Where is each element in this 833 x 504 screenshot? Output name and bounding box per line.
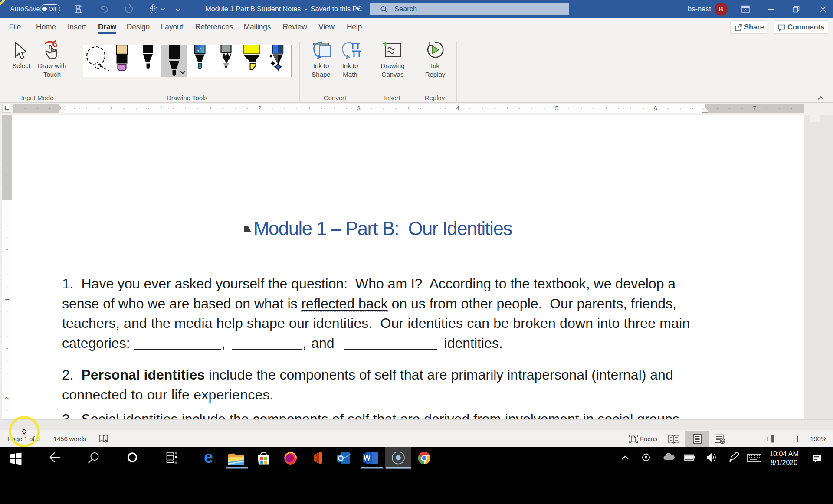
svg-text:3: 3 bbox=[357, 105, 360, 111]
svg-text:5: 5 bbox=[555, 105, 558, 111]
svg-text:2: 2 bbox=[4, 397, 10, 400]
svg-text:7: 7 bbox=[753, 105, 756, 111]
svg-text:2: 2 bbox=[258, 105, 261, 111]
svg-text:6: 6 bbox=[654, 105, 657, 111]
svg-text:e: e bbox=[204, 452, 213, 466]
svg-text:1: 1 bbox=[159, 105, 162, 111]
svg-text:4: 4 bbox=[456, 105, 459, 111]
svg-text:1: 1 bbox=[4, 298, 10, 301]
